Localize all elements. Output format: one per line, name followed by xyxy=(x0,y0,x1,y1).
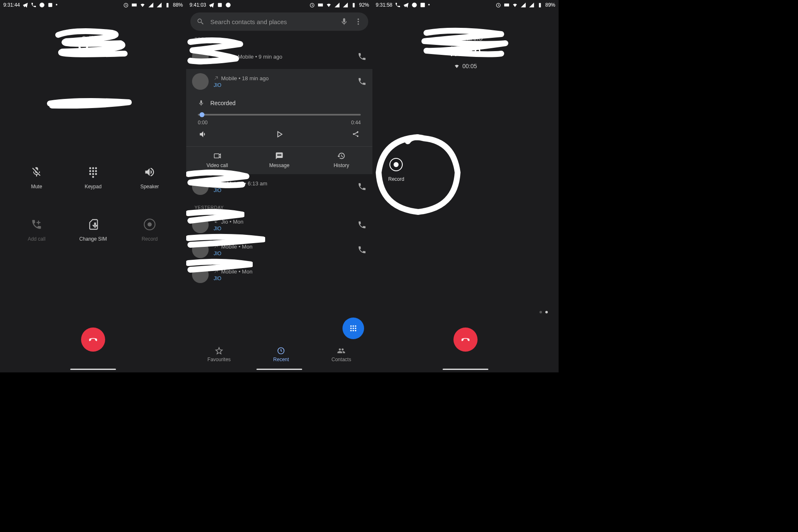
slider-thumb[interactable] xyxy=(200,112,204,117)
svg-rect-1 xyxy=(48,3,52,7)
signal-icon-2 xyxy=(156,2,162,8)
svg-point-20 xyxy=(357,19,359,20)
whatsapp-icon xyxy=(39,2,45,8)
message-button[interactable]: Message xyxy=(248,147,310,174)
battery-percent: 89% xyxy=(545,2,555,8)
avatar xyxy=(192,73,209,90)
change-sim-label: Change SIM xyxy=(79,236,107,242)
svg-point-16 xyxy=(226,2,231,7)
recorded-label: Recorded xyxy=(210,100,236,106)
hangup-icon xyxy=(460,334,471,345)
hangup-button[interactable] xyxy=(453,328,478,352)
signal-icon xyxy=(520,2,526,8)
whatsapp-icon xyxy=(411,2,417,8)
alarm-icon xyxy=(495,2,501,8)
mic-off-icon xyxy=(31,166,42,178)
call-icon[interactable] xyxy=(357,220,367,229)
svg-rect-19 xyxy=(353,3,355,7)
svg-point-28 xyxy=(355,328,357,329)
svg-point-23 xyxy=(350,325,352,327)
search-icon xyxy=(196,17,204,26)
screenshot-icon xyxy=(217,2,223,8)
expanded-card: Mobile • 18 min ago JIO Recorded 0:00 0:… xyxy=(186,69,372,174)
dialpad-icon xyxy=(87,166,99,178)
hangup-button[interactable] xyxy=(81,328,105,352)
recent-row-expanded[interactable]: Mobile • 18 min ago JIO xyxy=(186,69,372,94)
clock-icon xyxy=(277,347,285,355)
svg-point-30 xyxy=(352,330,354,332)
outgoing-icon xyxy=(214,76,219,81)
mic-icon xyxy=(198,100,204,106)
call-icon[interactable] xyxy=(357,245,367,254)
overflow-icon[interactable] xyxy=(354,17,362,26)
keypad-button[interactable]: Keypad xyxy=(65,166,121,190)
change-sim-button[interactable]: Change SIM xyxy=(65,219,121,242)
nav-pill[interactable] xyxy=(443,369,488,370)
dialpad-fab[interactable] xyxy=(342,318,364,339)
svg-rect-37 xyxy=(539,3,541,7)
volte-icon xyxy=(131,2,137,8)
signal-icon-2 xyxy=(529,2,534,8)
mute-button[interactable]: Mute xyxy=(8,166,65,190)
svg-point-9 xyxy=(92,170,94,172)
dialpad-icon xyxy=(349,324,358,333)
call-icon[interactable] xyxy=(357,52,367,61)
volume-icon[interactable] xyxy=(199,130,208,139)
svg-point-11 xyxy=(89,173,91,175)
svg-point-8 xyxy=(89,170,91,172)
svg-point-29 xyxy=(350,330,352,332)
screen-recents: 9:41:03 92% Search contacts and places T… xyxy=(186,0,372,372)
volte-icon xyxy=(504,2,510,8)
call-header: Calling... Mom xyxy=(0,35,186,59)
app-icon xyxy=(225,2,231,8)
mic-icon[interactable] xyxy=(340,17,348,26)
nav-recent[interactable]: Recent xyxy=(273,347,289,362)
call-actions-grid: Mute Keypad Speaker Add call Change SIM … xyxy=(0,166,186,242)
contacts-icon xyxy=(337,347,345,355)
page-dot xyxy=(539,311,542,313)
svg-rect-15 xyxy=(218,3,222,7)
svg-point-25 xyxy=(355,325,357,327)
nav-favourites[interactable]: Favourites xyxy=(207,347,231,362)
svg-rect-3 xyxy=(132,4,137,7)
recent-row[interactable]: XXXMobile • 6:13 am JIO xyxy=(186,174,372,199)
row-tag: JIO xyxy=(214,82,352,88)
keypad-label: Keypad xyxy=(85,184,102,190)
svg-point-24 xyxy=(352,325,354,327)
signal-icon xyxy=(148,2,154,8)
nav-contacts[interactable]: Contacts xyxy=(332,347,351,362)
history-button[interactable]: History xyxy=(310,147,372,174)
nav-pill[interactable] xyxy=(70,369,116,370)
mute-label: Mute xyxy=(31,184,42,190)
hangup-icon xyxy=(87,334,99,345)
record-button[interactable]: Record xyxy=(121,219,178,242)
add-call-button[interactable]: Add call xyxy=(8,219,65,242)
star-icon xyxy=(215,347,223,355)
speaker-icon xyxy=(144,166,155,178)
redaction-scribble xyxy=(186,208,244,229)
alarm-icon xyxy=(309,2,315,8)
annotation-circle xyxy=(372,131,466,220)
history-icon xyxy=(337,152,345,160)
recent-row[interactable]: XXXXXX Mobile • 9 min ago xyxy=(186,44,372,69)
battery-percent: 88% xyxy=(173,2,183,8)
redaction-scribble xyxy=(50,27,137,70)
recent-row[interactable]: Mobile • Mon JIO xyxy=(186,262,372,287)
telegram-icon xyxy=(22,2,28,8)
video-icon xyxy=(213,152,222,160)
call-icon[interactable] xyxy=(357,77,367,86)
svg-rect-4 xyxy=(167,3,169,7)
share-icon[interactable] xyxy=(351,130,360,139)
nav-pill[interactable] xyxy=(256,369,302,370)
search-bar[interactable]: Search contacts and places xyxy=(190,12,368,31)
play-icon[interactable] xyxy=(275,130,284,139)
svg-point-27 xyxy=(352,328,354,329)
add-call-icon xyxy=(31,219,42,230)
wifi-icon xyxy=(326,2,332,8)
redaction-scribble xyxy=(186,258,253,276)
recording-slider[interactable] xyxy=(198,114,361,116)
phone-status-icon xyxy=(395,2,401,8)
svg-rect-34 xyxy=(421,3,425,7)
call-icon[interactable] xyxy=(357,182,367,191)
speaker-button[interactable]: Speaker xyxy=(121,166,178,190)
